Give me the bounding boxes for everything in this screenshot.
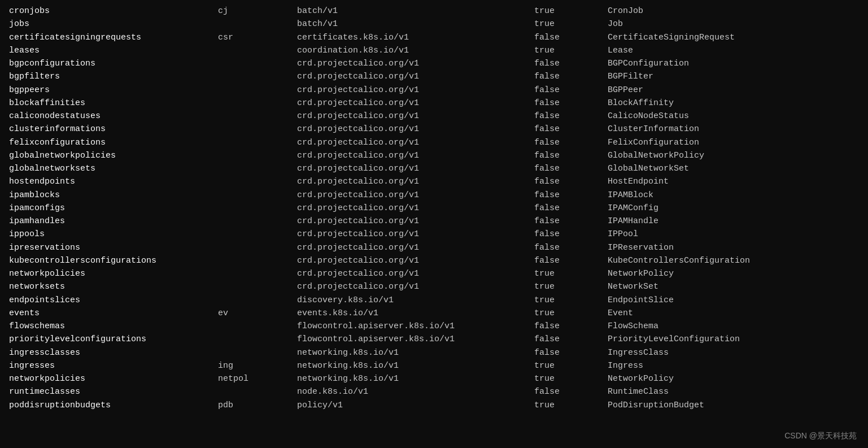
resource-shortname: cj bbox=[216, 5, 295, 18]
resource-apiversion: crd.projectcalico.org/v1 bbox=[295, 123, 532, 136]
resource-apiversion: crd.projectcalico.org/v1 bbox=[295, 228, 532, 241]
resource-apiversion: discovery.k8s.io/v1 bbox=[295, 294, 532, 307]
resource-kind: IPAMConfig bbox=[605, 202, 861, 215]
resource-shortname bbox=[216, 385, 295, 398]
resource-apiversion: crd.projectcalico.org/v1 bbox=[295, 254, 532, 267]
resource-name: clusterinformations bbox=[7, 123, 216, 136]
table-row: flowschemasflowcontrol.apiserver.k8s.io/… bbox=[7, 320, 861, 333]
resource-shortname bbox=[216, 320, 295, 333]
table-row: globalnetworksetscrd.projectcalico.org/v… bbox=[7, 162, 861, 175]
table-row: ippoolscrd.projectcalico.org/v1falseIPPo… bbox=[7, 228, 861, 241]
resource-namespaced: false bbox=[532, 385, 605, 398]
resource-namespaced: false bbox=[532, 149, 605, 162]
table-row: cronjobscjbatch/v1trueCronJob bbox=[7, 5, 861, 18]
table-row: caliconodestatusescrd.projectcalico.org/… bbox=[7, 110, 861, 123]
resource-name: ingresses bbox=[7, 359, 216, 372]
resource-kind: PriorityLevelConfiguration bbox=[605, 333, 861, 346]
resource-shortname bbox=[216, 70, 295, 83]
resource-shortname: pdb bbox=[216, 399, 295, 412]
table-row: networksetscrd.projectcalico.org/v1trueN… bbox=[7, 280, 861, 293]
resource-name: ipreservations bbox=[7, 241, 216, 254]
resource-kind: BGPConfiguration bbox=[605, 57, 861, 70]
resource-shortname bbox=[216, 123, 295, 136]
resource-namespaced: false bbox=[532, 162, 605, 175]
resource-name: ippools bbox=[7, 228, 216, 241]
resource-apiversion: crd.projectcalico.org/v1 bbox=[295, 215, 532, 228]
resource-apiversion: batch/v1 bbox=[295, 5, 532, 18]
resource-apiversion: flowcontrol.apiserver.k8s.io/v1 bbox=[295, 333, 532, 346]
resource-kind: BlockAffinity bbox=[605, 97, 861, 110]
resource-apiversion: events.k8s.io/v1 bbox=[295, 307, 532, 320]
table-row: endpointslicesdiscovery.k8s.io/v1trueEnd… bbox=[7, 294, 861, 307]
resource-namespaced: false bbox=[532, 320, 605, 333]
resource-table: cronjobscjbatch/v1trueCronJobjobsbatch/v… bbox=[7, 5, 861, 412]
resource-kind: IPAMBlock bbox=[605, 189, 861, 202]
resource-name: cronjobs bbox=[7, 5, 216, 18]
resource-kind: BGPPeer bbox=[605, 84, 861, 97]
table-row: hostendpointscrd.projectcalico.org/v1fal… bbox=[7, 175, 861, 188]
resource-namespaced: true bbox=[532, 267, 605, 280]
table-row: poddisruptionbudgetspdbpolicy/v1truePodD… bbox=[7, 399, 861, 412]
resource-kind: CertificateSigningRequest bbox=[605, 31, 861, 44]
resource-shortname bbox=[216, 241, 295, 254]
resource-namespaced: false bbox=[532, 346, 605, 359]
resource-kind: Job bbox=[605, 18, 861, 31]
resource-namespaced: false bbox=[532, 215, 605, 228]
resource-shortname bbox=[216, 333, 295, 346]
table-row: bgpconfigurationscrd.projectcalico.org/v… bbox=[7, 57, 861, 70]
resource-namespaced: false bbox=[532, 84, 605, 97]
resource-kind: GlobalNetworkSet bbox=[605, 162, 861, 175]
resource-shortname bbox=[216, 189, 295, 202]
resource-apiversion: crd.projectcalico.org/v1 bbox=[295, 280, 532, 293]
resource-apiversion: crd.projectcalico.org/v1 bbox=[295, 84, 532, 97]
resource-apiversion: crd.projectcalico.org/v1 bbox=[295, 267, 532, 280]
table-row: ingressclassesnetworking.k8s.io/v1falseI… bbox=[7, 346, 861, 359]
resource-namespaced: true bbox=[532, 307, 605, 320]
resource-apiversion: node.k8s.io/v1 bbox=[295, 385, 532, 398]
resource-name: kubecontrollersconfigurations bbox=[7, 254, 216, 267]
resource-apiversion: crd.projectcalico.org/v1 bbox=[295, 110, 532, 123]
resource-namespaced: false bbox=[532, 228, 605, 241]
resource-apiversion: certificates.k8s.io/v1 bbox=[295, 31, 532, 44]
resource-namespaced: true bbox=[532, 359, 605, 372]
resource-name: poddisruptionbudgets bbox=[7, 399, 216, 412]
table-row: globalnetworkpoliciescrd.projectcalico.o… bbox=[7, 149, 861, 162]
resource-namespaced: true bbox=[532, 44, 605, 57]
table-row: prioritylevelconfigurationsflowcontrol.a… bbox=[7, 333, 861, 346]
table-row: ipamblockscrd.projectcalico.org/v1falseI… bbox=[7, 189, 861, 202]
table-row: certificatesigningrequestscsrcertificate… bbox=[7, 31, 861, 44]
resource-shortname bbox=[216, 280, 295, 293]
resource-apiversion: flowcontrol.apiserver.k8s.io/v1 bbox=[295, 320, 532, 333]
resource-name: bgpfilters bbox=[7, 70, 216, 83]
resource-namespaced: true bbox=[532, 18, 605, 31]
table-row: networkpoliciescrd.projectcalico.org/v1t… bbox=[7, 267, 861, 280]
resource-shortname bbox=[216, 84, 295, 97]
resource-kind: FlowSchema bbox=[605, 320, 861, 333]
resource-name: ipamblocks bbox=[7, 189, 216, 202]
resource-namespaced: false bbox=[532, 70, 605, 83]
resource-apiversion: networking.k8s.io/v1 bbox=[295, 359, 532, 372]
table-row: runtimeclassesnode.k8s.io/v1falseRuntime… bbox=[7, 385, 861, 398]
resource-kind: NetworkPolicy bbox=[605, 267, 861, 280]
resource-name: blockaffinities bbox=[7, 97, 216, 110]
resource-kind: ClusterInformation bbox=[605, 123, 861, 136]
resource-namespaced: false bbox=[532, 97, 605, 110]
resource-apiversion: coordination.k8s.io/v1 bbox=[295, 44, 532, 57]
resource-name: jobs bbox=[7, 18, 216, 31]
resource-namespaced: true bbox=[532, 372, 605, 385]
resource-name: events bbox=[7, 307, 216, 320]
resource-namespaced: false bbox=[532, 202, 605, 215]
resource-kind: BGPFilter bbox=[605, 70, 861, 83]
resource-apiversion: batch/v1 bbox=[295, 18, 532, 31]
resource-name: globalnetworkpolicies bbox=[7, 149, 216, 162]
watermark: CSDN @景天科技苑 bbox=[784, 430, 857, 442]
table-row: felixconfigurationscrd.projectcalico.org… bbox=[7, 136, 861, 149]
resource-kind: CronJob bbox=[605, 5, 861, 18]
table-row: ipreservationscrd.projectcalico.org/v1fa… bbox=[7, 241, 861, 254]
resource-apiversion: crd.projectcalico.org/v1 bbox=[295, 136, 532, 149]
resource-shortname bbox=[216, 267, 295, 280]
table-row: bgpfilterscrd.projectcalico.org/v1falseB… bbox=[7, 70, 861, 83]
table-row: ipamhandlescrd.projectcalico.org/v1false… bbox=[7, 215, 861, 228]
resource-name: runtimeclasses bbox=[7, 385, 216, 398]
resource-name: leases bbox=[7, 44, 216, 57]
